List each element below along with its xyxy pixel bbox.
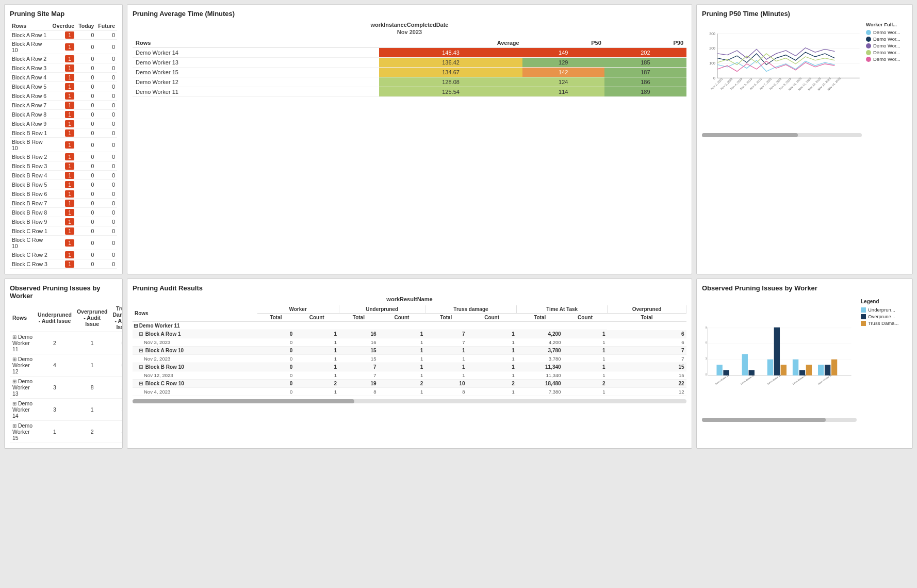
col-rows: Rows — [10, 22, 51, 30]
row-future: 0 — [96, 54, 117, 63]
row-today: 0 — [76, 101, 96, 110]
row-overdue: 1 — [51, 110, 77, 119]
issues-chart-title: Observed Pruning Issues by Worker — [702, 284, 907, 292]
issues-table-title: Observed Pruning Issues by Worker — [10, 284, 117, 300]
table-row: ⊞Demo Worker 15 1 2 4 — [10, 421, 123, 443]
bar-w15-over — [825, 365, 830, 375]
row-name: Block B Row 4 — [10, 171, 51, 180]
row-name: Block A Row 1 — [10, 30, 51, 40]
table-row: ⊞Demo Worker 14 3 1 3 — [10, 399, 123, 421]
row-future: 0 — [96, 226, 117, 236]
row-future: 0 — [96, 161, 117, 171]
bar-w11-under — [716, 365, 722, 375]
table-row: Block A Row 1 1 0 0 — [10, 30, 117, 40]
issues-row-under: 3 — [35, 377, 74, 399]
issues-row-truss: 4 — [110, 421, 123, 443]
avg-row-name: Demo Worker 14 — [133, 48, 379, 58]
row-future: 0 — [96, 110, 117, 119]
row-future: 0 — [96, 189, 117, 199]
audit-col-truss: Truss damage — [425, 305, 517, 314]
table-row: Block C Row 10 1 0 0 — [10, 236, 117, 250]
legend-item-4: Demo Wor... — [866, 50, 907, 55]
issues-col-rows: Rows — [10, 304, 35, 332]
avg-col-p90: P90 — [604, 38, 686, 48]
issues-row-over: 1 — [74, 354, 110, 377]
issues-chart-legend: Legend Underprun... Overprune... Truss D… — [861, 296, 907, 422]
avg-row-name: Demo Worker 13 — [133, 58, 379, 68]
row-name: Block B Row 5 — [10, 180, 51, 189]
row-name: Block B Row 3 — [10, 161, 51, 171]
row-name: Block A Row 5 — [10, 82, 51, 91]
row-overdue: 1 — [51, 91, 77, 101]
issues-row-name: ⊞Demo Worker 15 — [10, 421, 35, 443]
row-today: 0 — [76, 189, 96, 199]
avg-row-p50: 129 — [522, 58, 604, 68]
site-map-table: Rows Overdue Today Future Block A Row 1 … — [10, 22, 117, 269]
audit-col-time: Time At Task — [517, 305, 608, 314]
row-today: 0 — [76, 91, 96, 101]
bar-w13-over — [774, 328, 780, 375]
row-name: Block C Row 10 — [10, 236, 51, 250]
issues-col-under: Underpruned - Audit Issue — [35, 304, 74, 332]
avg-row-p90: 189 — [604, 87, 686, 97]
audit-block-row: ⊟ Block B Row 10 01 71 11 11,3401 15 — [133, 363, 686, 371]
row-name: Block A Row 7 — [10, 101, 51, 110]
svg-text:6: 6 — [706, 341, 707, 344]
table-row: Block B Row 4 1 0 0 — [10, 171, 117, 180]
table-row: Demo Worker 12 128.08 124 186 — [133, 77, 686, 87]
avg-row-name: Demo Worker 11 — [133, 87, 379, 97]
audit-block-row: ⊟ Block C Row 10 02 192 102 18,4802 22 — [133, 380, 686, 388]
table-row: Block A Row 10 1 0 0 — [10, 40, 117, 54]
issues-row-under: 1 — [35, 421, 74, 443]
row-future: 0 — [96, 30, 117, 40]
audit-col-worker: Worker — [257, 305, 339, 314]
audit-scrollbar[interactable] — [133, 399, 686, 403]
row-name: Block B Row 8 — [10, 208, 51, 217]
site-map-title: Pruning Site Map — [10, 10, 117, 18]
table-row: Block A Row 4 1 0 0 — [10, 73, 117, 82]
audit-sub-u-count: Count — [379, 314, 425, 322]
issues-row-name: ⊞Demo Worker 12 — [10, 354, 35, 377]
row-future: 0 — [96, 180, 117, 189]
row-overdue: 1 — [51, 250, 77, 259]
legend-item-1: Demo Wor... — [866, 29, 907, 35]
row-future: 0 — [96, 217, 117, 226]
row-name: Block A Row 10 — [10, 40, 51, 54]
row-future: 0 — [96, 152, 117, 161]
audit-sub-ti-count: Count — [563, 314, 608, 322]
audit-col-rows: Rows — [133, 305, 257, 322]
bar-w14-truss — [806, 365, 812, 375]
avg-subtitle: workInstanceCompletedDate — [133, 22, 686, 28]
issues-row-name: ⊞Demo Worker 11 — [10, 332, 35, 354]
legend-over: Overprune... — [861, 314, 907, 319]
issues-col-truss: Truss Damage - Audit Issue — [110, 304, 123, 332]
audit-sub-tr-total: Total — [425, 314, 467, 322]
table-row: Block A Row 3 1 0 0 — [10, 63, 117, 73]
row-future: 0 — [96, 138, 117, 152]
bar-w14-under — [793, 360, 798, 375]
issues-row-under: 4 — [35, 354, 74, 377]
row-overdue: 1 — [51, 63, 77, 73]
issues-row-truss: 0 — [110, 332, 123, 354]
avg-time-panel: Pruning Average Time (Minutes) workInsta… — [127, 4, 692, 274]
row-future: 0 — [96, 119, 117, 128]
avg-row-avg: 128.08 — [379, 77, 522, 87]
issues-chart-scrollbar[interactable] — [702, 418, 857, 422]
avg-row-name: Demo Worker 12 — [133, 77, 379, 87]
p50-scrollbar[interactable] — [702, 133, 862, 137]
svg-text:9: 9 — [706, 326, 707, 329]
audit-date-row: Nov 2, 2023 01151113,78017 — [133, 355, 686, 363]
audit-table: Rows Worker Underpruned Truss damage Tim… — [133, 305, 686, 396]
row-name: Block B Row 9 — [10, 217, 51, 226]
p50-title: Pruning P50 Time (Minutes) — [702, 10, 907, 18]
table-row: Block B Row 2 1 0 0 — [10, 152, 117, 161]
row-future: 0 — [96, 236, 117, 250]
row-today: 0 — [76, 128, 96, 138]
row-name: Block A Row 8 — [10, 110, 51, 119]
row-name: Block B Row 6 — [10, 189, 51, 199]
row-today: 0 — [76, 171, 96, 180]
row-future: 0 — [96, 128, 117, 138]
issues-chart-area: 0 3 6 9 Demo Wor — [702, 296, 857, 422]
avg-row-p90: 186 — [604, 77, 686, 87]
table-row: Block A Row 8 1 0 0 — [10, 110, 117, 119]
